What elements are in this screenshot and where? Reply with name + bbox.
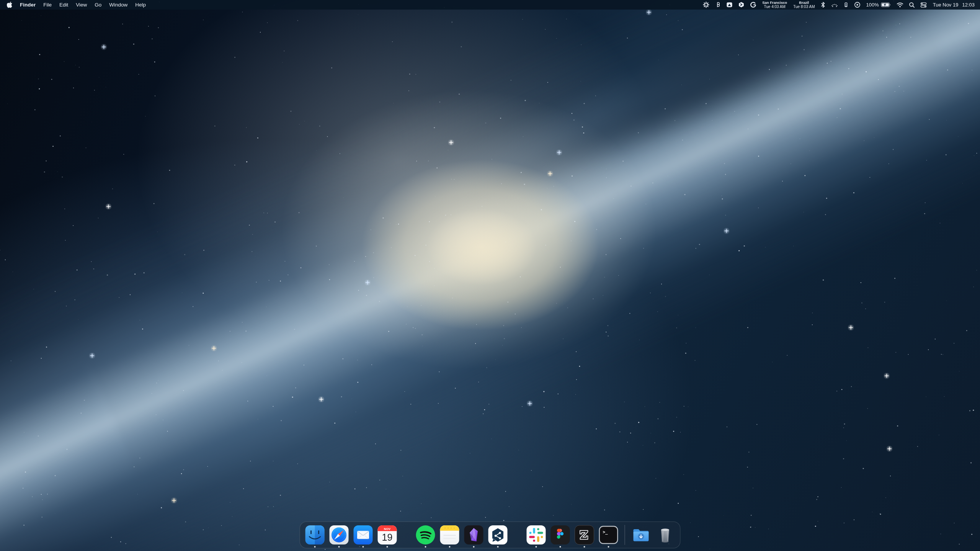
now-playing-icon[interactable]: [854, 2, 861, 8]
world-clock-san-francisco[interactable]: San Francisco Tue 4:03 AM: [762, 1, 787, 9]
running-indicator: [314, 546, 316, 548]
wifi-icon[interactable]: [897, 2, 903, 8]
iphone-mirroring-icon[interactable]: [843, 2, 849, 8]
running-indicator: [363, 546, 364, 548]
menu-window[interactable]: Window: [109, 2, 127, 8]
running-indicator: [449, 546, 451, 548]
world-clock-city: Brazil: [799, 1, 809, 5]
menu-file[interactable]: File: [43, 2, 52, 8]
control-center-icon[interactable]: [920, 2, 927, 8]
running-indicator: [584, 546, 585, 548]
dock-item-slack[interactable]: [526, 525, 546, 545]
calendar-month: NOV: [384, 527, 391, 531]
active-app-name[interactable]: Finder: [20, 2, 36, 8]
starfield: [0, 0, 980, 551]
dock: NOV 19: [300, 522, 681, 548]
bluetooth-icon[interactable]: [820, 2, 826, 8]
battery-status[interactable]: 100%: [866, 2, 891, 8]
menu-bar-date: Tue Nov 19: [933, 2, 959, 8]
running-indicator: [608, 546, 609, 548]
sparkle-icon[interactable]: [703, 2, 709, 8]
running-indicator: [536, 546, 537, 548]
world-clock-city: San Francisco: [762, 1, 787, 5]
running-indicator: [387, 546, 388, 548]
dotted-arc-icon[interactable]: [831, 2, 838, 8]
menu-bar-clock[interactable]: Tue Nov 19 12:03: [933, 2, 975, 8]
dock-item-spotify[interactable]: [416, 525, 436, 545]
dock-spacer: [512, 525, 522, 545]
running-indicator: [473, 546, 475, 548]
world-clock-time: Tue 4:03 AM: [764, 5, 786, 9]
apple-menu[interactable]: [7, 2, 12, 8]
dock-item-terminal[interactable]: >_: [599, 525, 619, 545]
dock-spacer: [402, 525, 412, 545]
world-clock-brazil[interactable]: Brazil Tue 8:03 AM: [793, 1, 815, 9]
figma-icon[interactable]: [715, 2, 721, 8]
dock-item-figma[interactable]: [550, 525, 570, 545]
spotlight-search-icon[interactable]: [909, 2, 915, 8]
dock-item-mail[interactable]: [353, 525, 373, 545]
g-circle-app-icon[interactable]: [750, 2, 756, 8]
dock-item-obsidian[interactable]: [464, 525, 484, 545]
running-indicator: [425, 546, 426, 548]
dock-item-hex-share-app[interactable]: [488, 525, 508, 545]
calendar-day: 19: [382, 532, 393, 543]
dock-item-safari[interactable]: [329, 525, 349, 545]
dock-item-downloads[interactable]: [631, 525, 651, 545]
world-clock-time: Tue 8:03 AM: [793, 5, 815, 9]
apple-logo-icon: [7, 2, 12, 8]
menu-go[interactable]: Go: [95, 2, 101, 8]
menu-help[interactable]: Help: [135, 2, 146, 8]
triangle-app-icon[interactable]: [726, 2, 733, 8]
menu-view[interactable]: View: [76, 2, 87, 8]
terminal-prompt-glyph: >_: [603, 530, 608, 535]
dock-item-finder[interactable]: [305, 525, 325, 545]
running-indicator: [497, 546, 499, 548]
menu-edit[interactable]: Edit: [59, 2, 68, 8]
dock-item-notes[interactable]: [440, 525, 460, 545]
dock-divider: [625, 525, 625, 545]
box-chevron-app-icon[interactable]: [738, 2, 745, 8]
menu-bar: Finder File Edit View Go Window Help: [0, 0, 980, 10]
running-indicator: [560, 546, 561, 548]
dock-item-zed[interactable]: [575, 525, 595, 545]
running-indicator: [338, 546, 340, 548]
menu-bar-time: 12:03: [962, 2, 975, 8]
battery-percent: 100%: [866, 2, 879, 8]
dock-item-trash[interactable]: [655, 525, 675, 545]
battery-icon: [881, 2, 891, 7]
dock-item-calendar[interactable]: NOV 19: [377, 525, 397, 545]
